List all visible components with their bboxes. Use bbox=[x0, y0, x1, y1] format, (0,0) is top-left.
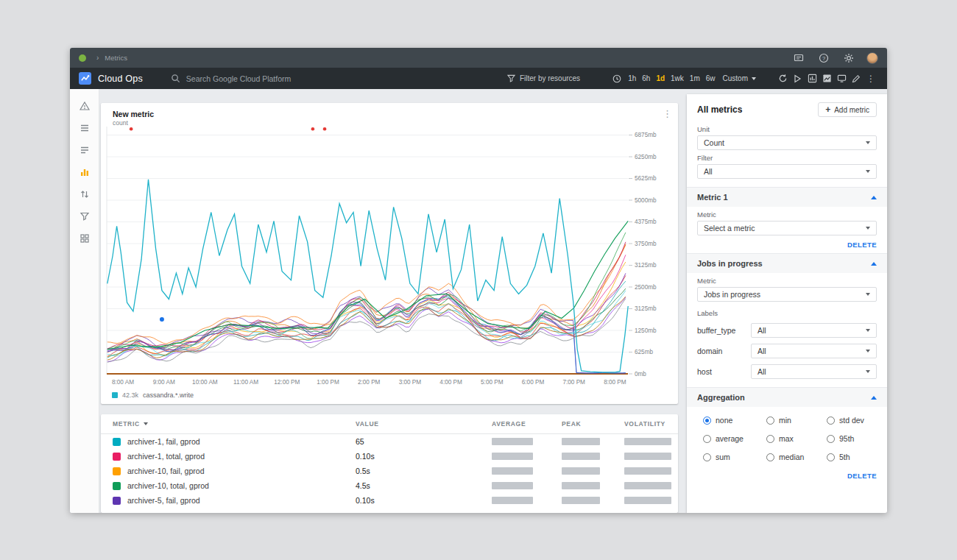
feedback-icon[interactable] bbox=[791, 51, 806, 65]
avatar[interactable] bbox=[866, 52, 878, 64]
label-name: buffer_type bbox=[697, 326, 751, 335]
radio-min[interactable]: min bbox=[766, 416, 827, 425]
table-header-average[interactable]: AVERAGE bbox=[492, 420, 562, 428]
cloud-ops-logo-icon[interactable] bbox=[79, 72, 91, 85]
sidebar-item-swap[interactable] bbox=[70, 183, 99, 205]
delete-aggregation-button[interactable]: DELETE bbox=[687, 461, 887, 481]
time-range-group: 1h6h1d1wk1m6w bbox=[628, 74, 715, 82]
section-jobs-in-progress[interactable]: Jobs in progress bbox=[687, 254, 887, 273]
table-row[interactable]: archiver-5, fail, gprod0.10s bbox=[101, 493, 678, 508]
list-icon bbox=[80, 123, 90, 133]
radio-median[interactable]: median bbox=[766, 453, 827, 461]
peak-bar bbox=[562, 438, 600, 445]
sidebar-item-playlist[interactable] bbox=[70, 139, 99, 161]
metric-select[interactable]: Select a metric bbox=[697, 221, 877, 235]
time-range-6w[interactable]: 6w bbox=[706, 74, 716, 82]
label-select-domain[interactable]: All bbox=[751, 344, 877, 358]
jobs-metric-select[interactable]: Jobs in progress bbox=[697, 287, 877, 302]
search-icon bbox=[171, 74, 180, 83]
sidebar-item-dashboards[interactable] bbox=[70, 227, 99, 249]
svg-text:6250mb: 6250mb bbox=[635, 154, 657, 160]
svg-text:6:00 PM: 6:00 PM bbox=[522, 379, 545, 386]
peak-bar bbox=[562, 497, 600, 504]
volatility-bar bbox=[624, 453, 671, 460]
bar-chart-icon bbox=[80, 167, 90, 177]
svg-text:11:00 AM: 11:00 AM bbox=[233, 379, 258, 386]
time-range-1h[interactable]: 1h bbox=[628, 74, 636, 82]
add-metric-button[interactable]: + Add metric bbox=[818, 102, 877, 117]
play-icon[interactable] bbox=[790, 71, 805, 86]
radio-max[interactable]: max bbox=[766, 434, 827, 443]
svg-text:3125mb: 3125mb bbox=[635, 262, 657, 269]
label-select-host[interactable]: All bbox=[751, 364, 877, 379]
chevron-down-icon bbox=[866, 170, 870, 173]
metric-value: 65 bbox=[356, 437, 492, 446]
search-placeholder: Search Google Cloud Platform bbox=[186, 74, 291, 83]
chevron-down-icon bbox=[866, 350, 870, 352]
more-options-icon[interactable]: ⋮ bbox=[864, 71, 878, 86]
clock-icon bbox=[611, 71, 622, 86]
sidebar-item-metrics-explorer[interactable] bbox=[70, 161, 99, 183]
metric-name: archiver-10, fail, gprod bbox=[127, 467, 204, 475]
table-row[interactable]: archiver-1, fail, gprod65 bbox=[101, 434, 678, 449]
time-range-1d[interactable]: 1d bbox=[656, 74, 665, 82]
radio-95th[interactable]: 95th bbox=[827, 434, 877, 443]
filter-by-resources[interactable]: Filter by resources bbox=[507, 74, 580, 82]
legend-value: 42.3k bbox=[122, 391, 138, 399]
chart-legend[interactable]: 42.3k cassandra.*.write bbox=[112, 391, 194, 399]
svg-text:8:00 PM: 8:00 PM bbox=[604, 379, 626, 386]
radio-circle-icon bbox=[827, 417, 835, 425]
radio-std-dev[interactable]: std dev bbox=[827, 416, 877, 425]
table-row[interactable]: archiver-10, total, gprod4.5s bbox=[101, 478, 678, 493]
metric-name: archiver-5, fail, gprod bbox=[127, 496, 200, 505]
metric-value: 4.5s bbox=[356, 481, 492, 490]
delete-metric-1-button[interactable]: DELETE bbox=[687, 235, 887, 250]
chart-panel-icon[interactable] bbox=[805, 71, 819, 86]
volatility-bar bbox=[624, 482, 671, 489]
section-metric-1[interactable]: Metric 1 bbox=[687, 188, 887, 207]
radio-circle-icon bbox=[827, 453, 835, 461]
metrics-table-body: archiver-1, fail, gprod65archiver-1, tot… bbox=[101, 434, 678, 508]
radio-none[interactable]: none bbox=[703, 416, 766, 425]
table-header-peak[interactable]: PEAK bbox=[562, 420, 624, 428]
chevron-down-icon bbox=[866, 227, 870, 230]
sort-caret-icon bbox=[144, 422, 148, 425]
section-aggregation[interactable]: Aggregation bbox=[687, 388, 887, 407]
radio-5th[interactable]: 5th bbox=[827, 453, 877, 461]
filter-label: Filter bbox=[697, 154, 877, 162]
time-range-1m[interactable]: 1m bbox=[690, 74, 700, 82]
series-color-swatch bbox=[113, 482, 121, 490]
radio-average[interactable]: average bbox=[703, 434, 766, 443]
breadcrumb[interactable]: Metrics bbox=[105, 54, 127, 62]
table-row[interactable]: archiver-1, total, gprod0.10s bbox=[101, 449, 678, 464]
custom-range-button[interactable]: Custom bbox=[723, 74, 756, 82]
unit-select[interactable]: Count bbox=[697, 135, 877, 150]
sidebar-item-alerting[interactable] bbox=[70, 95, 99, 117]
table-row[interactable]: archiver-10, fail, gprod0.5s bbox=[101, 464, 678, 478]
aggregation-options: noneminstd devaveragemax95thsummedian5th bbox=[687, 407, 887, 461]
time-range-6h[interactable]: 6h bbox=[642, 74, 650, 82]
table-header-volatility[interactable]: VOLATILITY bbox=[624, 420, 666, 428]
average-bar bbox=[492, 482, 533, 489]
metric-value: 0.10s bbox=[356, 452, 492, 461]
svg-text:12:00 PM: 12:00 PM bbox=[274, 379, 300, 386]
filter-select[interactable]: All bbox=[697, 164, 877, 179]
label-name: host bbox=[697, 367, 751, 376]
monitor-icon[interactable] bbox=[834, 71, 849, 86]
table-header-value[interactable]: VALUE bbox=[356, 420, 492, 428]
labels-title: Labels bbox=[697, 309, 877, 317]
search-bar[interactable]: Search Google Cloud Platform bbox=[171, 74, 291, 83]
time-range-1wk[interactable]: 1wk bbox=[671, 74, 684, 82]
label-name: domain bbox=[697, 347, 751, 355]
table-header-metric[interactable]: METRIC bbox=[113, 420, 356, 428]
label-select-buffer_type[interactable]: All bbox=[751, 323, 877, 338]
edit-icon[interactable] bbox=[849, 71, 864, 86]
chart-more-icon[interactable]: ⋮ bbox=[663, 109, 672, 118]
refresh-icon[interactable] bbox=[775, 71, 790, 86]
radio-sum[interactable]: sum bbox=[703, 453, 766, 461]
dashboard-icon[interactable] bbox=[819, 71, 834, 86]
settings-icon[interactable] bbox=[841, 51, 856, 65]
sidebar-item-filter[interactable] bbox=[70, 205, 99, 227]
sidebar-item-list[interactable] bbox=[70, 117, 99, 139]
help-icon[interactable]: ? bbox=[816, 51, 831, 65]
